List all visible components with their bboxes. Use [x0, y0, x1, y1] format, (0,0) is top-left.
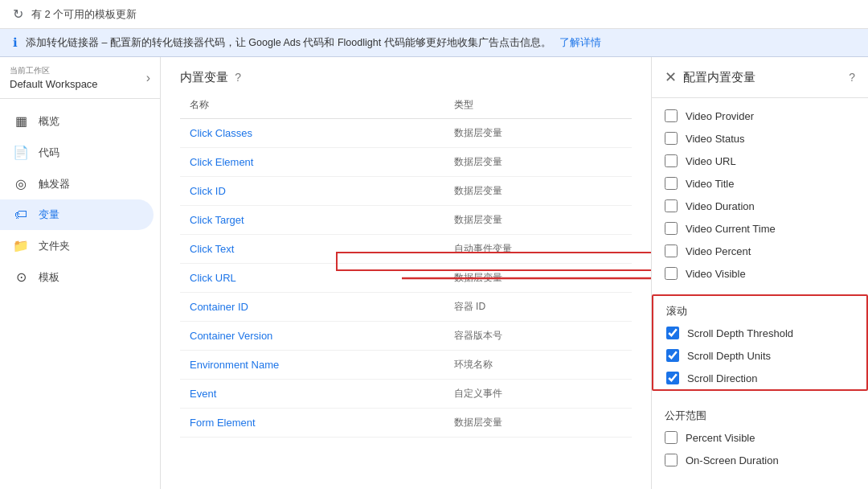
- checkbox-video-title[interactable]: [665, 177, 678, 190]
- help-icon[interactable]: ?: [235, 71, 241, 84]
- top-bar: ↻ 有 2 个可用的模板更新: [0, 0, 868, 29]
- checkbox-label: Video Current Time: [686, 223, 776, 235]
- row-type: 容器 ID: [444, 293, 632, 322]
- panel-checkbox-item[interactable]: Video Percent: [652, 240, 868, 262]
- sidebar-item-trigger[interactable]: ◎ 触发器: [0, 168, 154, 199]
- col-type-header: 类型: [444, 92, 632, 119]
- checkbox-label: Video Provider: [686, 110, 754, 122]
- row-name[interactable]: Click Element: [180, 148, 444, 177]
- chevron-right-icon: ›: [146, 71, 150, 85]
- checkbox-video-url[interactable]: [665, 154, 678, 167]
- sidebar-label-trigger: 触发器: [39, 177, 70, 191]
- checkbox-video-status[interactable]: [665, 132, 678, 145]
- panel-help-icon[interactable]: ?: [849, 71, 855, 84]
- panel-checkbox-item[interactable]: Scroll Direction: [653, 367, 866, 389]
- row-name[interactable]: Click Target: [180, 206, 444, 235]
- row-type: 容器版本号: [444, 322, 632, 351]
- row-name[interactable]: Event: [180, 380, 444, 409]
- public-heading: 公开范围: [652, 401, 868, 426]
- checkbox-label: Video Percent: [686, 245, 751, 257]
- panel-checkbox-item[interactable]: Video Status: [652, 127, 868, 150]
- close-button[interactable]: ✕: [665, 68, 677, 86]
- checkbox-label: Percent Visible: [686, 432, 755, 444]
- checkbox-scroll-depth-threshold[interactable]: [666, 327, 679, 339]
- sidebar-item-variable[interactable]: 🏷 变量: [0, 199, 154, 230]
- row-name[interactable]: Click ID: [180, 177, 444, 206]
- sidebar-label-code: 代码: [39, 146, 59, 160]
- scroll-section: 滚动 Scroll Depth ThresholdScroll Depth Un…: [652, 294, 868, 391]
- checkbox-video-percent[interactable]: [665, 244, 678, 257]
- table-row: Click Classes 数据层变量: [180, 119, 632, 148]
- sidebar-item-folder[interactable]: 📁 文件夹: [0, 230, 154, 261]
- row-name[interactable]: Click Text: [180, 235, 444, 264]
- checkbox-label: Scroll Direction: [687, 372, 757, 384]
- public-section: 公开范围 Percent VisibleOn-Screen Duration: [652, 394, 868, 478]
- table-row: Container ID 容器 ID: [180, 293, 632, 322]
- checkbox-label: On-Screen Duration: [686, 454, 779, 466]
- template-icon: ⊙: [13, 269, 29, 285]
- table-row: Form Element 数据层变量: [180, 409, 632, 438]
- sidebar-item-template[interactable]: ⊙ 模板: [0, 261, 154, 293]
- row-type: 数据层变量: [444, 206, 632, 235]
- row-type: 数据层变量: [444, 409, 632, 438]
- table-row: Click Target 数据层变量: [180, 206, 632, 235]
- panel-checkbox-item[interactable]: Video Title: [652, 172, 868, 195]
- sidebar-label-overview: 概览: [39, 114, 59, 129]
- row-name[interactable]: Click URL: [180, 264, 444, 293]
- panel-checkbox-item[interactable]: Video URL: [652, 150, 868, 172]
- overview-icon: ▦: [13, 113, 29, 129]
- sidebar-label-template: 模板: [39, 270, 59, 285]
- workspace-label: 当前工作区: [10, 65, 98, 76]
- row-name[interactable]: Form Element: [180, 409, 444, 438]
- col-name-header: 名称: [180, 92, 444, 119]
- content-header: 内置变量 ?: [161, 57, 651, 92]
- checkbox-video-provider[interactable]: [665, 109, 678, 122]
- nav-items: ▦ 概览 📄 代码 ◎ 触发器 🏷 变量 📁 文件夹 ⊙ 模板: [0, 99, 160, 299]
- table-row: Event 自定义事件: [180, 380, 632, 409]
- checkbox-video-duration[interactable]: [665, 199, 678, 212]
- panel-checkbox-item[interactable]: On-Screen Duration: [652, 449, 868, 471]
- checkbox-label: Video Status: [686, 133, 744, 145]
- code-icon: 📄: [13, 145, 29, 160]
- learn-more-link[interactable]: 了解详情: [559, 36, 601, 50]
- panel-checkbox-item[interactable]: Scroll Depth Units: [653, 344, 866, 367]
- table-row: Container Version 容器版本号: [180, 322, 632, 351]
- row-name[interactable]: Click Classes: [180, 119, 444, 148]
- sidebar-label-variable: 变量: [39, 208, 59, 222]
- panel-checkbox-item[interactable]: Video Visible: [652, 262, 868, 285]
- checkbox-video-current-time[interactable]: [665, 222, 678, 235]
- content-area: 内置变量 ? 名称 类型 Click Classes 数据层变量 Click E…: [161, 57, 651, 489]
- checkbox-label: Video Title: [686, 178, 734, 190]
- row-type: 数据层变量: [444, 119, 632, 148]
- row-type: 数据层变量: [444, 177, 632, 206]
- row-type: 数据层变量: [444, 264, 632, 293]
- checkbox-scroll-depth-units[interactable]: [666, 349, 679, 362]
- sidebar-item-overview[interactable]: ▦ 概览: [0, 105, 154, 137]
- info-bar: ℹ 添加转化链接器 – 配置新的转化链接器代码，让 Google Ads 代码和…: [0, 29, 868, 57]
- workspace-selector[interactable]: 当前工作区 Default Workspace ›: [0, 57, 160, 99]
- sidebar-label-folder: 文件夹: [39, 239, 70, 253]
- checkbox-scroll-direction[interactable]: [666, 372, 679, 384]
- row-type: 数据层变量: [444, 148, 632, 177]
- checkbox-on-screen-duration[interactable]: [665, 454, 678, 466]
- row-name[interactable]: Container Version: [180, 322, 444, 351]
- checkbox-percent-visible[interactable]: [665, 431, 678, 444]
- panel-checkbox-item[interactable]: Video Provider: [652, 105, 868, 127]
- panel-checkbox-item[interactable]: Percent Visible: [652, 426, 868, 449]
- sidebar-item-code[interactable]: 📄 代码: [0, 137, 154, 168]
- panel-checkbox-item[interactable]: Video Current Time: [652, 217, 868, 240]
- row-name[interactable]: Environment Name: [180, 351, 444, 380]
- panel-checkbox-item[interactable]: Scroll Depth Threshold: [653, 322, 866, 344]
- table-container: 名称 类型 Click Classes 数据层变量 Click Element …: [161, 92, 651, 438]
- video-section: Video ProviderVideo StatusVideo URLVideo…: [652, 98, 868, 291]
- table-row: Environment Name 环境名称: [180, 351, 632, 380]
- right-panel: ✕ 配置内置变量 ? Video ProviderVideo StatusVid…: [651, 57, 868, 489]
- panel-checkbox-item[interactable]: Video Duration: [652, 195, 868, 217]
- row-name[interactable]: Container ID: [180, 293, 444, 322]
- checkbox-video-visible[interactable]: [665, 267, 678, 280]
- checkbox-label: Video Duration: [686, 200, 755, 212]
- trigger-icon: ◎: [13, 176, 29, 191]
- table-row: Click URL 数据层变量: [180, 264, 632, 293]
- section-title: 内置变量 ?: [180, 70, 632, 85]
- workspace-name: Default Workspace: [10, 78, 98, 90]
